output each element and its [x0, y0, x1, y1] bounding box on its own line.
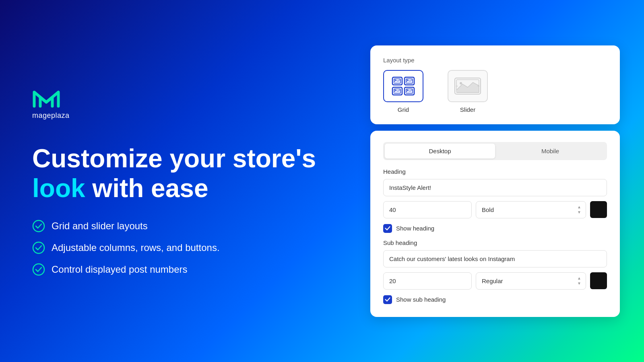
svg-point-12: [395, 89, 396, 90]
feature-item-2: Adjustable columns, rows, and buttons.: [32, 241, 338, 254]
show-subheading-label: Show sub heading: [396, 296, 446, 303]
svg-point-10: [407, 79, 408, 80]
subheading-color-picker[interactable]: [590, 272, 607, 289]
feature-text-2: Adjustable columns, rows, and buttons.: [52, 242, 220, 253]
show-heading-label: Show heading: [396, 225, 434, 232]
grid-layout-icon: [391, 76, 415, 96]
heading-section-label: Heading: [383, 168, 607, 175]
show-subheading-checkbox[interactable]: [383, 295, 392, 304]
feature-item-1: Grid and slider layouts: [32, 220, 338, 232]
svg-point-8: [395, 79, 396, 80]
right-panel: Layout type: [370, 45, 620, 317]
grid-label: Grid: [398, 106, 409, 113]
headline-part1: Customize your store's: [32, 144, 316, 173]
subheading-input[interactable]: [383, 250, 607, 267]
settings-card: Desktop Mobile Heading Bold Regular Ligh…: [370, 131, 620, 317]
heading-input[interactable]: [383, 179, 607, 196]
features-list: Grid and slider layouts Adjustable colum…: [32, 220, 338, 276]
svg-point-1: [33, 242, 44, 253]
layout-option-grid[interactable]: Grid: [383, 70, 423, 113]
tabs: Desktop Mobile: [383, 142, 607, 160]
headline: Customize your store's look with ease: [32, 144, 338, 203]
layout-options: Grid Slider: [383, 70, 607, 113]
check-icon-3: [32, 263, 45, 276]
subheading-options-row: Regular Bold Light ▲ ▼: [383, 272, 607, 290]
show-subheading-row: Show sub heading: [383, 295, 607, 304]
subheading-section-label: Sub heading: [383, 239, 607, 246]
show-heading-row: Show heading: [383, 224, 607, 233]
feature-item-3: Control displayed post numbers: [32, 263, 338, 276]
slider-label: Slider: [460, 106, 475, 113]
show-heading-checkbox[interactable]: [383, 224, 392, 233]
logo-icon: [32, 86, 60, 108]
logo: mageplaza: [32, 86, 338, 120]
heading-size-input[interactable]: [383, 201, 472, 218]
left-panel: mageplaza Customize your store's look wi…: [0, 54, 370, 308]
subheading-size-input[interactable]: [383, 272, 472, 290]
check-icon-2: [32, 241, 45, 254]
layout-type-card: Layout type: [370, 45, 620, 124]
subheading-weight-select[interactable]: Regular Bold Light: [476, 272, 586, 290]
svg-point-17: [460, 82, 462, 84]
heading-color-picker[interactable]: [590, 201, 607, 218]
feature-text-3: Control displayed post numbers: [52, 264, 188, 275]
check-icon-1: [32, 220, 45, 232]
layout-type-label: Layout type: [383, 57, 607, 64]
layout-option-slider[interactable]: Slider: [448, 70, 488, 113]
heading-weight-wrapper: Bold Regular Light ▲ ▼: [476, 201, 586, 218]
headline-part2: with ease: [85, 174, 208, 203]
heading-weight-select[interactable]: Bold Regular Light: [476, 201, 586, 218]
slider-layout-icon: [454, 76, 482, 96]
headline-highlight: look: [32, 174, 85, 203]
svg-point-14: [407, 89, 408, 90]
logo-text: mageplaza: [32, 111, 70, 120]
feature-text-1: Grid and slider layouts: [52, 220, 148, 232]
grid-icon-wrapper[interactable]: [383, 70, 423, 102]
svg-point-2: [33, 264, 44, 275]
slider-icon-wrapper[interactable]: [448, 70, 488, 102]
tab-desktop[interactable]: Desktop: [385, 144, 495, 158]
svg-point-0: [33, 220, 44, 232]
heading-options-row: Bold Regular Light ▲ ▼: [383, 201, 607, 218]
subheading-weight-wrapper: Regular Bold Light ▲ ▼: [476, 272, 586, 290]
tab-mobile[interactable]: Mobile: [495, 144, 605, 158]
